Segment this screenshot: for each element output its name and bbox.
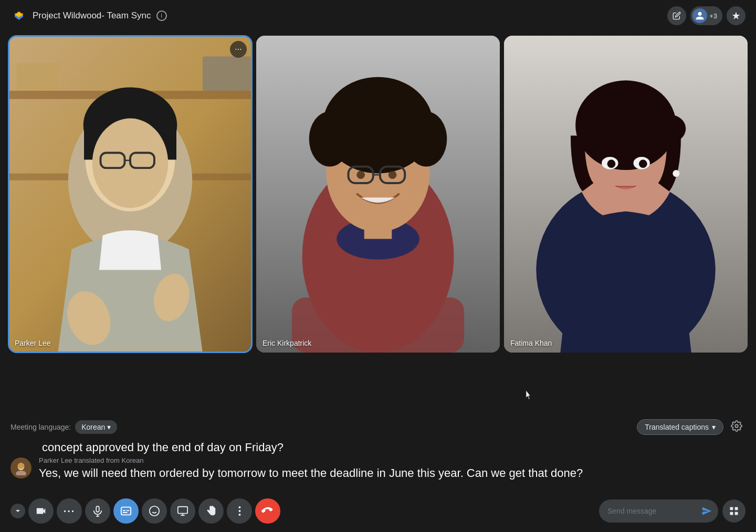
video-tile-fatima-khan[interactable]: Fatima Khan [504,36,748,353]
participant-name-parker: Parker Lee [15,339,50,347]
top-bar-right: +3 [667,6,746,25]
present-button[interactable] [170,498,195,524]
language-dropdown[interactable]: Korean ▾ [75,420,117,434]
translated-captions-chevron-icon: ▾ [712,423,716,431]
caption-area: concept approved by the end of day on Fr… [0,441,756,493]
camera-chevron-button[interactable] [10,504,25,518]
more-menu-button[interactable] [227,498,252,524]
meeting-language-section: Meeting language: Korean ▾ [10,420,117,434]
controls-row: Meeting language: Korean ▾ Translated ca… [0,413,756,441]
language-chevron-icon: ▾ [107,423,111,431]
parker-lee-video [8,36,252,353]
video-tile-eric-kirkpatrick[interactable]: Eric Kirkpatrick [256,36,500,353]
video-tile-parker-lee[interactable]: ··· Parker Lee [8,36,252,353]
caption-speaker-avatar [10,457,32,478]
caption-speaker-name: Parker Lee translated from Korean [39,456,746,464]
language-label: Korean [81,423,105,431]
caption-main-text: Yes, we will need them ordered by tomorr… [39,465,746,481]
svg-rect-4 [16,63,58,91]
send-message-area[interactable] [599,499,718,523]
participant-name-fatima: Fatima Khan [510,339,552,347]
svg-point-59 [238,506,240,508]
tile-menu-button-parker[interactable]: ··· [230,41,247,58]
svg-point-43 [735,424,738,428]
sparkle-button[interactable] [727,6,746,25]
emoji-button[interactable] [142,498,167,524]
svg-point-24 [333,98,368,139]
captions-settings-button[interactable] [728,417,746,438]
svg-rect-56 [178,507,187,514]
meeting-language-label: Meeting language: [10,423,71,431]
svg-point-45 [18,463,25,469]
edit-button[interactable] [667,6,686,25]
participants-pill[interactable]: +3 [690,6,722,25]
cursor [526,390,531,398]
bottom-section: Meeting language: Korean ▾ Translated ca… [0,413,756,532]
svg-point-25 [388,98,423,139]
captions-right-controls: Translated captions ▾ [637,417,746,438]
svg-rect-52 [123,512,128,513]
svg-point-60 [238,510,240,512]
fatima-khan-video [504,36,748,353]
svg-point-30 [388,171,397,179]
svg-point-53 [150,506,159,516]
eric-kirkpatrick-video [256,36,500,353]
captions-toggle-button[interactable] [113,498,139,524]
caption-speaker-row: Parker Lee translated from Korean Yes, w… [10,456,746,481]
grid-layout-button[interactable] [722,499,746,523]
caption-plain-line: concept approved by the end of day on Fr… [10,441,746,454]
info-icon[interactable]: i [156,10,167,21]
participant-name-eric: Eric Kirkpatrick [262,339,311,347]
svg-point-38 [673,170,679,177]
svg-point-37 [655,115,686,143]
top-bar: Project Wildwood- Team Sync i +3 [0,0,756,31]
svg-rect-5 [203,56,251,91]
toolbar-right [599,499,746,523]
svg-rect-51 [127,510,130,511]
svg-point-42 [639,159,647,168]
avatar-participant [692,8,707,23]
more-options-button[interactable]: ··· [57,498,82,524]
svg-rect-63 [735,507,738,510]
send-message-button[interactable] [699,504,714,518]
toolbar: ··· [0,493,756,532]
svg-rect-62 [730,507,733,510]
video-grid: ··· Parker Lee [0,31,756,357]
microphone-button[interactable] [85,498,110,524]
svg-point-61 [238,514,240,516]
svg-rect-49 [121,507,131,515]
end-call-button[interactable] [255,498,280,524]
svg-point-41 [607,159,616,168]
caption-text-block: Parker Lee translated from Korean Yes, w… [39,456,746,481]
send-message-input[interactable] [607,507,699,515]
translated-captions-label: Translated captions [645,423,709,431]
toolbar-left: ··· [10,498,280,524]
top-bar-left: Project Wildwood- Team Sync i [10,7,167,24]
camera-button[interactable] [28,498,54,524]
participant-count: +3 [709,12,717,20]
svg-point-29 [356,171,365,179]
svg-rect-31 [292,297,464,353]
meeting-title: Project Wildwood- Team Sync [33,10,151,21]
translated-captions-button[interactable]: Translated captions ▾ [637,419,723,435]
svg-rect-50 [123,510,126,511]
svg-rect-64 [730,512,733,515]
raise-hand-button[interactable] [198,498,224,524]
svg-rect-65 [735,512,738,515]
svg-point-46 [16,471,26,475]
google-meet-logo-icon [10,7,27,24]
